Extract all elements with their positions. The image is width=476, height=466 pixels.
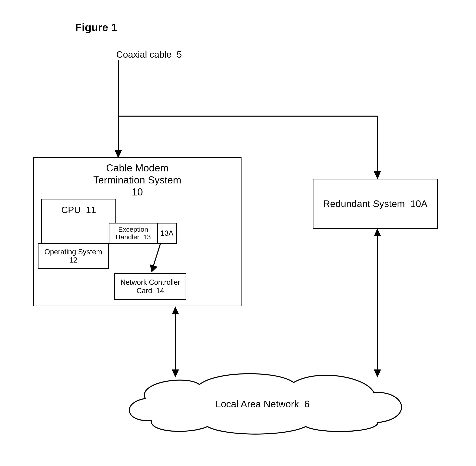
diagram-canvas: Figure 1 Coaxial cable 5 Cable Modem Ter… xyxy=(0,0,476,466)
lan-cloud: Local Area Network 6 xyxy=(113,371,412,432)
svg-marker-12 xyxy=(374,228,381,236)
os-text: Operating System xyxy=(44,248,102,256)
lan-label: Local Area Network 6 xyxy=(113,398,412,409)
lan-ref: 6 xyxy=(304,399,310,409)
cpu-box: CPU 11 xyxy=(41,199,116,244)
exception-handler-box: Exception Handler 13 xyxy=(109,223,158,244)
cpu-ref: 11 xyxy=(86,205,96,215)
os-ref: 12 xyxy=(69,256,77,264)
os-box: Operating System 12 xyxy=(38,243,109,269)
eh-ref: 13 xyxy=(143,233,151,241)
lan-text: Local Area Network xyxy=(215,399,299,409)
cpu-label: CPU 11 xyxy=(42,204,115,215)
cpu-text: CPU xyxy=(61,205,81,215)
eh-subref: 13A xyxy=(160,229,173,237)
exception-handler-subbox: 13A xyxy=(157,223,177,244)
